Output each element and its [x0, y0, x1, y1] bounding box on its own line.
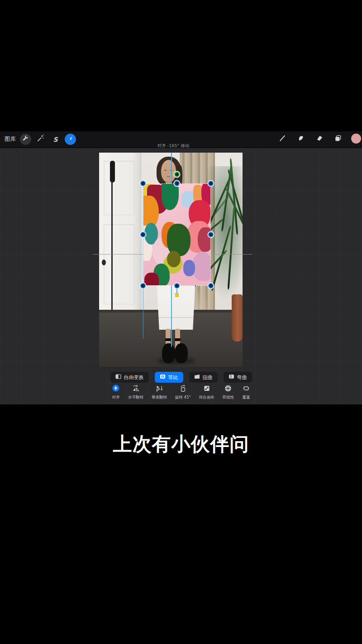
transform-button-selected[interactable]: [65, 134, 76, 145]
layers-icon: [334, 134, 343, 144]
handle-top-left[interactable]: [140, 181, 146, 186]
paint-blob: [144, 273, 159, 286]
mode-label: 扭曲: [203, 374, 213, 381]
action-label: 水平翻转: [128, 395, 143, 400]
mode-label: 自由变换: [124, 374, 144, 381]
model-face: [161, 160, 176, 183]
magic-wand-icon: [36, 134, 45, 144]
rotation-handle[interactable]: [174, 172, 180, 177]
workspace: 自由变换 等比 扭曲 弯曲 对齐 水平翻转: [0, 148, 362, 404]
gallery-button[interactable]: 图库: [5, 135, 16, 143]
transform-action-row: 对齐 水平翻转 垂直翻转 旋转 45° 符合画布 双线性: [112, 384, 250, 400]
video-subtitle: 上次有小伙伴问: [0, 432, 362, 457]
mode-label: 等比: [168, 374, 178, 381]
door-hinge-bar: [110, 161, 115, 183]
mode-warp[interactable]: 弯曲: [224, 372, 252, 383]
flip-horizontal-icon: [132, 384, 140, 394]
mode-freeform[interactable]: 自由变换: [110, 372, 149, 383]
brush-icon: [278, 134, 287, 144]
model-shoe: [175, 343, 188, 363]
paint-blob: [167, 251, 181, 267]
transform-mode-row: 自由变换 等比 扭曲 弯曲: [0, 372, 362, 383]
wrench-icon: [22, 135, 29, 144]
transform-selection[interactable]: [143, 183, 211, 286]
rotate-45-icon: [179, 384, 187, 394]
handle-mid-right[interactable]: [208, 232, 214, 237]
handle-bottom-right[interactable]: [208, 283, 214, 288]
reset-icon: [242, 384, 250, 394]
model-shoe: [162, 343, 175, 363]
adjust-node[interactable]: [175, 293, 179, 297]
mode-distort[interactable]: 扭曲: [189, 372, 218, 383]
door-panel: [104, 161, 134, 215]
flip-vertical-icon: [155, 384, 163, 394]
procreate-screen: 图库 S: [0, 0, 362, 644]
handle-mid-left[interactable]: [140, 232, 146, 237]
action-label: 重置: [243, 395, 250, 400]
mode-label: 弯曲: [237, 374, 247, 381]
door-rod: [111, 181, 113, 330]
paint-blob: [192, 252, 211, 281]
uniform-icon: [160, 374, 166, 381]
layers-button[interactable]: [333, 134, 344, 145]
handle-top-right[interactable]: [208, 181, 214, 186]
ankle-strap: [165, 338, 171, 341]
action-reset[interactable]: 重置: [242, 384, 250, 400]
smudge-icon: [297, 134, 305, 144]
action-label: 符合画布: [199, 395, 214, 400]
plant-pot: [232, 294, 243, 341]
action-flip-horizontal[interactable]: 水平翻转: [128, 384, 143, 400]
action-label: 旋转 45°: [175, 395, 191, 400]
smudge-button[interactable]: [295, 134, 307, 145]
action-fit-canvas[interactable]: 符合画布: [199, 384, 214, 400]
bilinear-icon: [224, 384, 232, 394]
distort-icon: [194, 374, 200, 381]
paint-blob: [162, 183, 179, 210]
eraser-icon: [315, 134, 324, 144]
ankle-strap: [175, 338, 181, 341]
action-rotate-45[interactable]: 旋转 45°: [175, 384, 191, 400]
door-panel: [104, 224, 134, 304]
erase-button[interactable]: [314, 134, 325, 145]
actions-button[interactable]: [20, 134, 31, 145]
handle-bottom-center[interactable]: [174, 283, 180, 288]
snap-lightning-icon: [112, 384, 120, 394]
handle-bottom-left[interactable]: [140, 283, 146, 288]
action-label: 双线性: [223, 395, 234, 400]
door-knob: [102, 260, 106, 265]
freeform-icon: [115, 374, 121, 381]
action-bilinear[interactable]: 双线性: [223, 384, 234, 400]
model-eye: [164, 170, 167, 171]
handle-top-center[interactable]: [174, 181, 180, 186]
warp-icon: [229, 374, 234, 381]
mode-uniform[interactable]: 等比: [155, 372, 183, 383]
color-swatch[interactable]: [351, 134, 361, 144]
s-selection-icon: S: [53, 136, 57, 143]
model-mouth: [167, 176, 170, 177]
selection-button[interactable]: S: [50, 134, 61, 145]
arrow-cursor-icon: [67, 135, 74, 144]
fit-canvas-icon: [203, 384, 211, 394]
paint-button[interactable]: [277, 134, 288, 145]
model-dress: [154, 286, 198, 330]
model-dress-hem: [159, 317, 193, 318]
paint-blob: [198, 227, 211, 252]
painting-layer: [143, 184, 211, 286]
action-flip-vertical[interactable]: 垂直翻转: [152, 384, 167, 400]
action-label: 垂直翻转: [152, 395, 167, 400]
action-snap[interactable]: 对齐: [112, 384, 120, 400]
action-label: 对齐: [112, 395, 120, 400]
transform-status-text: 对齐 -165° 移动: [157, 143, 189, 149]
adjustments-button[interactable]: [35, 134, 46, 145]
paint-blob: [183, 260, 195, 276]
